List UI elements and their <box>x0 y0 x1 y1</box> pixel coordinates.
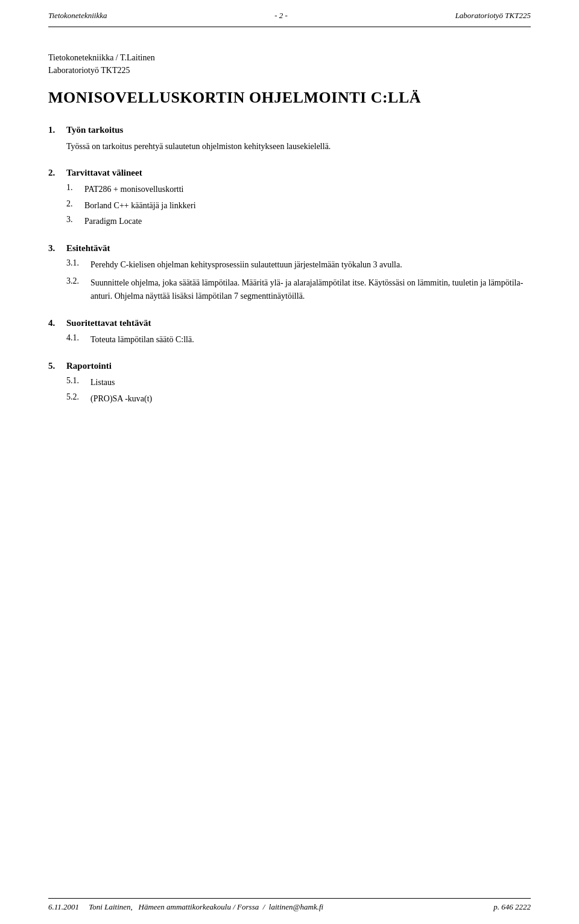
page-header: Tietokonetekniikka - 2 - Laboratoriotyö … <box>48 0 531 27</box>
section-1-body: Työssä on tarkoitus perehtyä sulautetun … <box>66 140 531 153</box>
section-2-item-2-text: Borland C++ kääntäjä ja linkkeri <box>84 199 196 212</box>
section-1-text: Työssä on tarkoitus perehtyä sulautetun … <box>66 140 531 153</box>
doc-info-line2: Laboratoriotyö TKT225 <box>48 64 531 77</box>
section-5-item-1: 5.1. Listaus <box>66 376 531 389</box>
section-3-item-1-number: 3.1. <box>66 258 90 272</box>
section-2-item-3-number: 3. <box>66 215 84 228</box>
section-2-item-2-number: 2. <box>66 199 84 212</box>
section-2-item-2: 2. Borland C++ kääntäjä ja linkkeri <box>66 199 531 212</box>
section-3-item-2-number: 3.2. <box>66 276 90 286</box>
section-4-item-1-text: Toteuta lämpötilan säätö C:llä. <box>90 333 194 346</box>
section-4-body: 4.1. Toteuta lämpötilan säätö C:llä. <box>66 333 531 346</box>
section-4-title: Suoritettavat tehtävät <box>66 318 151 328</box>
section-3-item-2: 3.2. Suunnittele ohjelma, joka säätää lä… <box>66 276 531 304</box>
footer-left: 6.11.2001 Toni Laitinen, Hämeen ammattik… <box>48 902 323 912</box>
section-1-title: Työn tarkoitus <box>66 125 123 135</box>
section-3-item-1-text: Perehdy C-kielisen ohjelman kehitysprose… <box>90 258 402 272</box>
section-2-item-1-text: PAT286 + monisovelluskortti <box>84 183 184 196</box>
section-5-number: 5. <box>48 361 66 371</box>
section-5-item-1-number: 5.1. <box>66 376 90 389</box>
section-5-heading: 5. Raportointi <box>48 361 531 371</box>
main-title: MONISOVELLUSKORTIN OHJELMOINTI C:LLÄ <box>48 89 531 107</box>
footer-email: laitinen@hamk.fi <box>269 902 323 911</box>
section-3-heading: 3. Esitehtävät <box>48 243 531 253</box>
header-right: Laboratoriotyö TKT225 <box>455 11 531 21</box>
section-2-body: 1. PAT286 + monisovelluskortti 2. Borlan… <box>66 183 531 228</box>
section-2-item-3-text: Paradigm Locate <box>84 215 142 228</box>
header-center: - 2 - <box>274 11 288 21</box>
section-2-item-1-number: 1. <box>66 183 84 196</box>
section-5-item-2: 5.2. (PRO)SA -kuva(t) <box>66 392 531 406</box>
section-4-number: 4. <box>48 318 66 328</box>
footer-date: 6.11.2001 <box>48 902 79 911</box>
section-5-item-2-text: (PRO)SA -kuva(t) <box>90 392 152 406</box>
section-5-body: 5.1. Listaus 5.2. (PRO)SA -kuva(t) <box>66 376 531 406</box>
section-2-heading: 2. Tarvittavat välineet <box>48 168 531 178</box>
section-2-item-1: 1. PAT286 + monisovelluskortti <box>66 183 531 196</box>
section-5-item-1-text: Listaus <box>90 376 115 389</box>
section-5-title: Raportointi <box>66 361 112 371</box>
doc-info: Tietokonetekniikka / T.Laitinen Laborato… <box>48 51 531 77</box>
section-2-title: Tarvittavat välineet <box>66 168 142 178</box>
page: Tietokonetekniikka - 2 - Laboratoriotyö … <box>0 0 579 924</box>
section-1-number: 1. <box>48 125 66 135</box>
footer-institution: Hämeen ammattikorkeakoulu / Forssa <box>139 902 259 911</box>
section-2-number: 2. <box>48 168 66 178</box>
section-2-item-3: 3. Paradigm Locate <box>66 215 531 228</box>
footer-author: Toni Laitinen, <box>89 902 132 911</box>
section-5-item-2-number: 5.2. <box>66 392 90 406</box>
page-footer: 6.11.2001 Toni Laitinen, Hämeen ammattik… <box>48 898 531 912</box>
section-3-item-1: 3.1. Perehdy C-kielisen ohjelman kehitys… <box>66 258 531 272</box>
footer-page: p. 646 2222 <box>493 902 531 912</box>
section-3-title: Esitehtävät <box>66 243 110 253</box>
section-3-number: 3. <box>48 243 66 253</box>
header-divider <box>48 27 531 27</box>
doc-info-line1: Tietokonetekniikka / T.Laitinen <box>48 51 531 64</box>
section-3-item-2-text: Suunnittele ohjelma, joka säätää lämpöti… <box>90 276 531 304</box>
section-4-item-1: 4.1. Toteuta lämpötilan säätö C:llä. <box>66 333 531 346</box>
section-3-body: 3.1. Perehdy C-kielisen ohjelman kehitys… <box>66 258 531 304</box>
section-4-heading: 4. Suoritettavat tehtävät <box>48 318 531 328</box>
header-left: Tietokonetekniikka <box>48 11 107 21</box>
section-4-item-1-number: 4.1. <box>66 333 90 346</box>
section-1-heading: 1. Työn tarkoitus <box>48 125 531 135</box>
